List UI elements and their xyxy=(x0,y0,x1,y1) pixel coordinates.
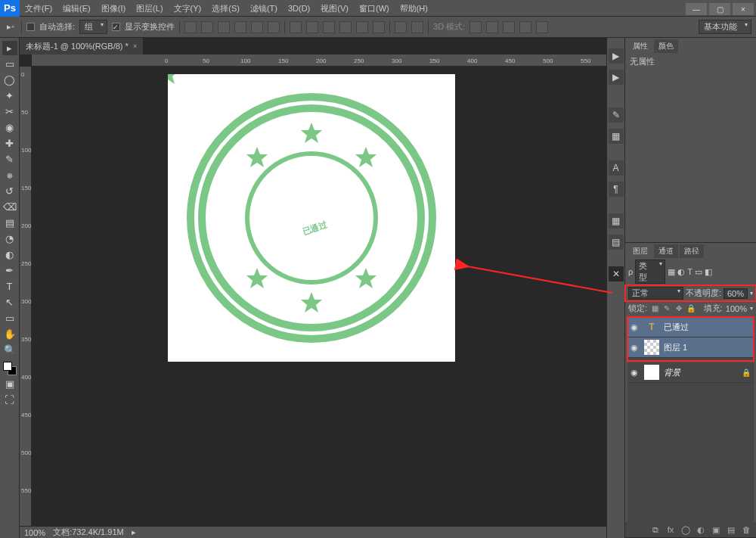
fill-arrow-icon[interactable]: ▾ xyxy=(750,305,753,312)
canvas[interactable]: 已通过 xyxy=(168,74,455,362)
menu-view[interactable]: 视图(V) xyxy=(315,0,354,17)
link-icon[interactable]: ⧉ xyxy=(650,524,661,535)
blur-tool[interactable]: ◔ xyxy=(2,232,17,246)
gradient-tool[interactable]: ▤ xyxy=(2,216,17,230)
3d-icon[interactable] xyxy=(486,21,498,33)
lock-all-icon[interactable]: 🔒 xyxy=(686,304,696,313)
tab-channels[interactable]: 通道 xyxy=(654,244,678,258)
tab-paths[interactable]: 路径 xyxy=(680,244,704,258)
layer-name[interactable]: 背景 xyxy=(664,367,737,378)
lock-trans-icon[interactable]: ▦ xyxy=(650,304,659,313)
brush-panel-icon[interactable]: ✎ xyxy=(609,107,624,123)
wand-tool[interactable]: ✦ xyxy=(2,89,17,103)
3d-icon[interactable] xyxy=(503,21,515,33)
align-icon[interactable] xyxy=(268,21,280,33)
history-panel-icon[interactable]: ▶ xyxy=(609,48,624,64)
menu-type[interactable]: 文字(Y) xyxy=(169,0,207,17)
visibility-icon[interactable]: ◉ xyxy=(631,368,640,378)
menu-filter[interactable]: 滤镜(T) xyxy=(245,0,283,17)
menu-help[interactable]: 帮助(H) xyxy=(395,0,433,17)
layer-name[interactable]: 已通过 xyxy=(664,322,751,333)
zoom-tool[interactable]: 🔍 xyxy=(2,343,17,357)
menu-file[interactable]: 文件(F) xyxy=(20,0,57,17)
3d-icon[interactable] xyxy=(519,21,531,33)
fill-field[interactable]: 100% xyxy=(726,304,747,313)
visibility-icon[interactable]: ◉ xyxy=(631,322,640,332)
swatches-panel-icon[interactable]: ▦ xyxy=(609,213,624,229)
eyedropper-tool[interactable]: ◉ xyxy=(2,120,17,135)
lock-pos-icon[interactable]: ✥ xyxy=(674,304,683,313)
3d-icon[interactable] xyxy=(469,21,482,33)
move-tool[interactable]: ▸ xyxy=(2,41,17,55)
workspace-switcher[interactable]: 基本功能 xyxy=(699,20,751,34)
lock-icon[interactable]: 🔒 xyxy=(742,369,751,377)
adjust-icon[interactable]: ◐ xyxy=(696,524,706,535)
minimize-button[interactable]: — xyxy=(686,3,707,15)
type-tool[interactable]: T xyxy=(2,279,17,294)
quickmask-icon[interactable]: ▣ xyxy=(2,377,17,391)
show-transform-checkbox[interactable] xyxy=(112,23,120,31)
align-icon[interactable] xyxy=(234,21,246,33)
mask-icon[interactable]: ◯ xyxy=(680,524,691,535)
canvas-viewport[interactable]: 已通过 xyxy=(32,67,606,526)
styles-panel-icon[interactable]: ▤ xyxy=(609,235,624,250)
filter-shape-icon[interactable]: ▭ xyxy=(695,267,702,277)
lasso-tool[interactable]: ◯ xyxy=(2,73,17,87)
color-swatch[interactable] xyxy=(3,362,17,375)
distribute-icon[interactable] xyxy=(356,21,368,33)
heal-tool[interactable]: ✚ xyxy=(2,136,17,151)
filter-type-icon[interactable]: T xyxy=(687,267,692,276)
opacity-arrow-icon[interactable]: ▾ xyxy=(750,290,753,297)
layer-name[interactable]: 图层 1 xyxy=(664,342,751,353)
close-button[interactable]: × xyxy=(733,3,754,15)
paragraph-panel-icon[interactable]: ¶ xyxy=(609,182,624,197)
distribute-icon[interactable] xyxy=(290,21,302,33)
menu-layer[interactable]: 图层(L) xyxy=(131,0,168,17)
trash-icon[interactable]: 🗑 xyxy=(741,524,751,535)
actions-panel-icon[interactable]: ▶ xyxy=(609,70,624,85)
align-icon[interactable] xyxy=(184,21,197,33)
menu-image[interactable]: 图像(I) xyxy=(96,0,131,17)
auto-select-dropdown[interactable]: 组 xyxy=(79,20,107,34)
marquee-tool[interactable]: ▭ xyxy=(2,57,17,71)
filter-kind-dropdown[interactable]: 类型 xyxy=(635,260,665,284)
screenmode-icon[interactable]: ⛶ xyxy=(2,393,17,407)
document-tab[interactable]: 未标题-1 @ 100%(RGB/8) * × xyxy=(20,38,143,54)
brush-tool[interactable]: ✎ xyxy=(2,152,17,166)
pen-tool[interactable]: ✒ xyxy=(2,263,17,278)
zoom-value[interactable]: 100% xyxy=(24,528,45,537)
align-icon[interactable] xyxy=(201,21,213,33)
arrange-icon[interactable] xyxy=(395,21,407,33)
distribute-icon[interactable] xyxy=(339,21,352,33)
lock-image-icon[interactable]: ✎ xyxy=(662,304,671,313)
character-panel-icon[interactable]: A xyxy=(609,160,624,176)
align-icon[interactable] xyxy=(251,21,263,33)
history-brush-tool[interactable]: ↺ xyxy=(2,184,17,198)
shape-tool[interactable]: ▭ xyxy=(2,311,17,325)
tab-color[interactable]: 颜色 xyxy=(654,39,678,53)
menu-edit[interactable]: 编辑(E) xyxy=(57,0,96,17)
menu-window[interactable]: 窗口(W) xyxy=(354,0,395,17)
hand-tool[interactable]: ✋ xyxy=(2,327,17,341)
opacity-field[interactable]: 60% xyxy=(723,288,748,299)
layer-row[interactable]: ◉ 图层 1 xyxy=(627,337,754,358)
distribute-icon[interactable] xyxy=(323,21,335,33)
group-icon[interactable]: ▣ xyxy=(711,524,721,535)
navigator-panel-icon[interactable]: ✕ xyxy=(609,266,624,281)
layer-row[interactable]: ◉ 背景 🔒 xyxy=(627,362,754,383)
dodge-tool[interactable]: ◐ xyxy=(2,247,17,262)
maximize-button[interactable]: ▢ xyxy=(709,3,730,15)
path-select-tool[interactable]: ↖ xyxy=(2,295,17,309)
3d-icon[interactable] xyxy=(536,21,548,33)
filter-pixel-icon[interactable]: ▦ xyxy=(668,267,675,277)
tab-layers[interactable]: 图层 xyxy=(628,244,652,258)
filter-smart-icon[interactable]: ◧ xyxy=(705,267,712,277)
arrange-icon[interactable] xyxy=(411,21,423,33)
visibility-icon[interactable]: ◉ xyxy=(631,343,640,353)
distribute-icon[interactable] xyxy=(373,21,385,33)
eraser-tool[interactable]: ⌫ xyxy=(2,200,17,214)
fx-icon[interactable]: fx xyxy=(665,524,676,535)
align-icon[interactable] xyxy=(218,21,230,33)
layer-row[interactable]: ◉ T 已通过 xyxy=(627,317,754,337)
close-tab-icon[interactable]: × xyxy=(133,38,137,54)
